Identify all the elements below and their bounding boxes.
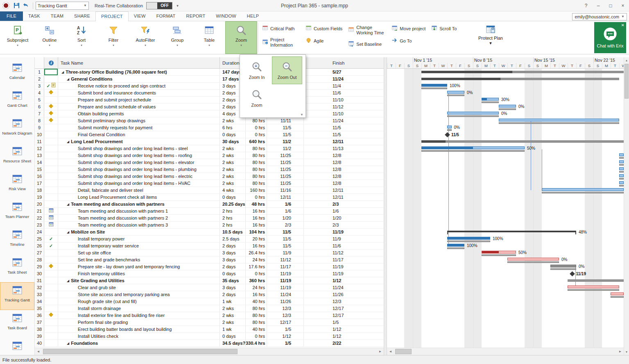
table-row[interactable]: 34Rough grade site (cut and fill)1 wk40 … bbox=[35, 298, 384, 305]
table-row[interactable]: 25✓Install temporary power2.5 days20 hrs… bbox=[35, 236, 384, 243]
table-row[interactable]: 37Perform final site grading2 wks80 hrs1… bbox=[35, 319, 384, 326]
table-row[interactable]: 24◢Mobilize on Site10.5 days104 hrs11/51… bbox=[35, 229, 384, 236]
scroll-left-icon[interactable]: ◄ bbox=[387, 348, 394, 355]
milestone-marker[interactable] bbox=[445, 132, 450, 137]
task-bar[interactable] bbox=[421, 146, 525, 149]
task-bar[interactable] bbox=[482, 98, 499, 101]
sidebar-item-risk-view[interactable]: Risk View bbox=[0, 171, 34, 199]
tab-share[interactable]: SHARE bbox=[69, 11, 95, 21]
sidebar-item-network-diagram[interactable]: Network Diagram bbox=[0, 115, 34, 143]
sidebar-item-gantt-chart[interactable]: Gantt Chart bbox=[0, 88, 34, 115]
zoom-menu-item-zoom[interactable]: Zoom bbox=[242, 84, 272, 112]
scroll-up-icon[interactable]: ▲ bbox=[624, 57, 629, 63]
task-bar[interactable] bbox=[619, 181, 624, 184]
task-bar[interactable] bbox=[499, 105, 516, 108]
outline-expand-icon[interactable]: ◢ bbox=[67, 138, 69, 145]
sidebar-item-resource-sheet[interactable]: Resource Sheet bbox=[0, 143, 34, 171]
table-row[interactable]: 35Install storm drainage2 wks80 hrs12/31… bbox=[35, 305, 384, 312]
tab-file[interactable]: FILE bbox=[0, 11, 23, 21]
ribbon-button-go-to[interactable]: Go To bbox=[391, 37, 412, 44]
rtc-toggle[interactable]: OFF bbox=[146, 2, 172, 9]
task-bar[interactable] bbox=[447, 126, 452, 128]
table-row[interactable]: 29!Prepare site - lay down yard and temp… bbox=[35, 263, 384, 270]
table-row[interactable]: 33Stone site access and temporary parkin… bbox=[35, 291, 384, 298]
sidebar-item-team-planner[interactable]: Team Planner bbox=[0, 199, 34, 227]
task-bar[interactable] bbox=[482, 251, 516, 254]
table-row[interactable]: 31◢Site Grading and Utilities35 days360 … bbox=[35, 277, 384, 284]
summary-bar[interactable] bbox=[421, 140, 624, 143]
zoom-menu-item-zoom-in[interactable]: +Zoom In bbox=[242, 56, 272, 84]
tab-report[interactable]: REPORT bbox=[181, 11, 211, 21]
sidebar-item-partial[interactable] bbox=[0, 338, 34, 355]
ribbon-button-change-working-time[interactable]: Change Working Time bbox=[348, 25, 386, 35]
outline-expand-icon[interactable]: ◢ bbox=[67, 340, 69, 346]
table-row[interactable]: 23Team meeting and discussion with partn… bbox=[35, 222, 384, 229]
gantt-hscroll-thumb[interactable] bbox=[395, 349, 412, 354]
ribbon-button-table[interactable]: Table▾ bbox=[193, 21, 225, 54]
ribbon-button-zoom[interactable]: Zoom▾ bbox=[225, 21, 257, 54]
tab-help[interactable]: HELP bbox=[242, 11, 265, 21]
task-bar[interactable] bbox=[447, 244, 464, 247]
close-icon[interactable]: ✕ bbox=[621, 23, 624, 27]
task-bar[interactable] bbox=[619, 174, 624, 177]
tab-view[interactable]: VIEW bbox=[129, 11, 151, 21]
table-row[interactable]: 7!Obtain building permits4 days11/10 bbox=[35, 110, 384, 117]
sidebar-item-timeline[interactable]: Timeline bbox=[0, 227, 34, 254]
sidebar-item-calendar[interactable]: Calendar bbox=[0, 60, 34, 88]
ribbon-button-project-information[interactable]: iProject Information bbox=[262, 37, 300, 47]
table-row[interactable]: 10Final General Condition0 days0 hrs11/5… bbox=[35, 131, 384, 138]
ribbon-button-outline[interactable]: Outline▾ bbox=[34, 21, 66, 54]
task-bar[interactable] bbox=[447, 112, 499, 115]
task-bar[interactable] bbox=[619, 167, 624, 170]
column-header-task-name[interactable]: Task Name bbox=[58, 57, 220, 68]
table-row[interactable]: 15Submit shop drawings and order long le… bbox=[35, 166, 384, 173]
zoom-menu-item-zoom-out[interactable]: −Zoom Out bbox=[272, 56, 302, 84]
summary-bar[interactable] bbox=[447, 231, 576, 232]
task-bar[interactable] bbox=[619, 153, 624, 156]
column-header-row-number[interactable] bbox=[35, 57, 44, 68]
close-button[interactable]: × bbox=[617, 0, 629, 11]
ribbon-button-custom-fields[interactable]: Custom Fields bbox=[305, 25, 342, 32]
scroll-left-icon[interactable]: ◄ bbox=[35, 348, 42, 355]
ribbon-button-subproject[interactable]: PSubproject▾ bbox=[2, 21, 34, 54]
task-bar[interactable] bbox=[568, 285, 619, 288]
table-row[interactable]: 16Submit shop drawings and order long le… bbox=[35, 173, 384, 180]
ribbon-button-move-project[interactable]: Move project bbox=[391, 25, 425, 32]
task-bar[interactable] bbox=[550, 265, 576, 267]
outline-expand-icon[interactable]: ◢ bbox=[67, 277, 69, 284]
table-horizontal-scrollbar[interactable]: ◄ ► bbox=[35, 348, 384, 355]
tab-team[interactable]: TEAM bbox=[45, 11, 69, 21]
table-row[interactable]: 39Install Utilities check0 days0 hrs1/12… bbox=[35, 333, 384, 340]
task-bar[interactable] bbox=[447, 91, 464, 94]
ribbon-button-group[interactable]: Group▾ bbox=[161, 21, 193, 54]
task-bar[interactable] bbox=[421, 84, 447, 87]
save-icon[interactable] bbox=[12, 2, 20, 10]
table-row[interactable]: 1◢Three-story Office Building (76,000 sq… bbox=[35, 69, 384, 76]
table-row[interactable]: 12Submit shop drawings and order long le… bbox=[35, 145, 384, 152]
column-header-finish[interactable]: Finish bbox=[304, 57, 381, 68]
tab-task[interactable]: TASK bbox=[23, 11, 45, 21]
vscroll-thumb[interactable] bbox=[624, 64, 629, 99]
task-bar[interactable] bbox=[619, 160, 624, 163]
table-row[interactable]: 28Set line and grade benchmarks3 days24 … bbox=[35, 256, 384, 263]
menu-scroll-down-icon[interactable]: ▼ bbox=[300, 113, 303, 117]
maximize-button[interactable]: □ bbox=[604, 0, 617, 11]
task-bar[interactable] bbox=[507, 258, 559, 261]
table-row[interactable]: 36!Install exterior fire line and buildi… bbox=[35, 312, 384, 319]
account-selector[interactable]: emily@housatonic.com ▼ bbox=[572, 13, 627, 20]
scroll-right-icon[interactable]: ► bbox=[617, 348, 624, 355]
chat-with-erix-button[interactable]: ✕ Chat with Erix bbox=[594, 22, 626, 53]
table-row[interactable]: 2◢General Conditions17 days11/24 bbox=[35, 76, 384, 83]
ribbon-button-critical-path[interactable]: Critical Path bbox=[262, 25, 294, 32]
table-row[interactable]: 3✓Receive notice to proceed and sign con… bbox=[35, 83, 384, 90]
ribbon-button-sort[interactable]: AZSort▾ bbox=[66, 21, 97, 54]
tab-project[interactable]: PROJECT bbox=[95, 11, 129, 21]
table-row[interactable]: 6!Prepare and submit schedule of values2… bbox=[35, 103, 384, 110]
undo-icon[interactable] bbox=[21, 2, 29, 10]
ribbon-button-scroll-to[interactable]: Scroll To bbox=[431, 25, 457, 32]
table-row[interactable]: 27Set up site office3 days26.4 hrs11/911… bbox=[35, 249, 384, 256]
summary-bar[interactable] bbox=[568, 279, 624, 282]
minimize-button[interactable]: – bbox=[592, 0, 604, 11]
vertical-scrollbar[interactable]: ▲ ▼ bbox=[624, 57, 629, 355]
table-row[interactable]: 19Long Lead Procurement check all items0… bbox=[35, 194, 384, 201]
